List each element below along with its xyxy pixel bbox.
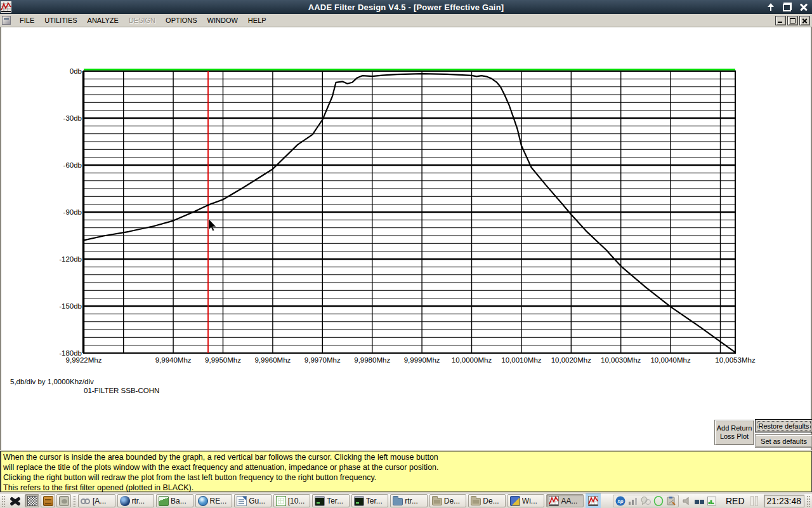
taskbar-window-2[interactable]: rtr...: [117, 494, 155, 507]
signal-icon[interactable]: [628, 496, 638, 506]
workspace-pager[interactable]: [750, 496, 758, 506]
launcher-drawer-button[interactable]: [41, 494, 55, 507]
help-line: Clicking the right button will redraw th…: [3, 472, 809, 483]
add-return-loss-button[interactable]: Add Return Loss Plot: [714, 420, 754, 445]
hp-icon[interactable]: hp: [615, 496, 625, 506]
menubar: FILEUTILITIESANALYZEDESIGNOPTIONSWINDOWH…: [0, 14, 812, 27]
menu-item-options[interactable]: OPTIONS: [160, 15, 202, 26]
taskbar-window-9[interactable]: rtr...: [390, 494, 428, 507]
x-tick-label: 9,9990Mhz: [404, 356, 440, 364]
panel-grip[interactable]: [1, 495, 6, 507]
taskbar-window-7[interactable]: Ter...: [312, 494, 350, 507]
x-tick-label: 10,0000Mhz: [452, 356, 492, 364]
folder-blue-icon: [393, 498, 403, 505]
menu-item-file[interactable]: FILE: [15, 15, 39, 26]
menu-item-help[interactable]: HELP: [243, 15, 272, 26]
taskbar-window-label: RE...: [210, 497, 227, 505]
taskbar-window-5[interactable]: Gu...: [234, 494, 272, 507]
desktop-screen: AADE Filter Design V4.5 - [Power Effecti…: [0, 0, 812, 508]
taskbar-window-label: AA...: [561, 497, 577, 505]
titlebar: AADE Filter Design V4.5 - [Power Effecti…: [0, 0, 812, 14]
squares-icon[interactable]: [695, 496, 705, 506]
x-tick-label: 10,0010Mhz: [501, 356, 542, 364]
panel-grip-right[interactable]: [806, 495, 811, 507]
tray-highlighted-app[interactable]: [586, 493, 601, 508]
mdi-window-controls: [775, 16, 810, 25]
aade-icon: [588, 496, 598, 506]
oval-icon[interactable]: [653, 496, 664, 506]
writer-icon: [237, 496, 247, 506]
taskbar-window-label: Ter...: [327, 497, 343, 505]
folder-tan-icon: [432, 498, 442, 505]
taskbar-window-6[interactable]: [10...: [273, 494, 311, 507]
mdi-close-button[interactable]: [799, 16, 810, 25]
help-line: This refers to the first filter opened (…: [3, 483, 809, 493]
menu-item-window[interactable]: WINDOW: [202, 15, 243, 26]
window-manager-logo-icon[interactable]: [10, 496, 20, 506]
clock[interactable]: 21:23:48: [764, 495, 805, 507]
taskbar-window-label: [A...: [93, 497, 106, 505]
taskbar-window-1[interactable]: [A...: [78, 494, 115, 507]
cpugraph-icon[interactable]: [707, 496, 717, 506]
mdi-minimize-button[interactable]: [775, 16, 786, 25]
taskbar-window-12[interactable]: Wi...: [508, 494, 545, 507]
plot-client-area: 0db-30db-60db-90db-120db-150db-180db9,99…: [0, 27, 812, 450]
globe-icon: [198, 496, 208, 506]
taskbar-window-label: De...: [483, 497, 499, 505]
taskbar-window-label: rtr...: [405, 497, 418, 505]
x-tick-label: 10,0020Mhz: [551, 356, 592, 364]
y-tick-label: -150db: [59, 302, 82, 310]
chat-icon[interactable]: [641, 496, 651, 506]
launcher-group: [25, 494, 71, 507]
panel-grip-small[interactable]: [73, 495, 76, 507]
y-tick-label: 0db: [70, 67, 82, 75]
launcher-desktop-button[interactable]: [56, 494, 71, 507]
calc-icon: [276, 496, 286, 506]
taskbar-window-label: Ter...: [366, 497, 383, 505]
window-button-list: [A...rtr...Ba...RE...Gu...[10...Ter...Te…: [78, 494, 584, 507]
x-tick-label: 9,9940Mhz: [155, 356, 192, 364]
taskbar-window-label: [10...: [288, 497, 305, 505]
speaker-icon[interactable]: [682, 496, 692, 506]
x-tick-label: 10,0053Mhz: [715, 356, 756, 364]
x-tick-label: 10,0040Mhz: [650, 356, 691, 364]
set-as-defaults-button[interactable]: Set as defaults: [755, 434, 812, 448]
drawer-icon: [43, 496, 53, 506]
mdi-restore-button[interactable]: [787, 16, 798, 25]
taskbar-window-8[interactable]: Ter...: [351, 494, 389, 507]
taskbar-window-13[interactable]: AA...: [546, 494, 584, 507]
y-tick-label: -60db: [63, 161, 82, 169]
menu-item-utilities[interactable]: UTILITIES: [39, 15, 82, 26]
help-text-box: When the cursor is inside the area bound…: [0, 451, 812, 492]
x-tick-label: 9,9950Mhz: [205, 356, 241, 364]
taskbar-window-3[interactable]: Ba...: [156, 494, 193, 507]
y-tick-label: -90db: [63, 208, 82, 216]
taskbar-window-10[interactable]: De...: [429, 494, 467, 507]
image-icon: [159, 496, 169, 506]
menu-item-design: DESIGN: [124, 15, 160, 26]
child-window-icon[interactable]: [2, 16, 11, 25]
menu-item-analyze[interactable]: ANALYZE: [82, 15, 124, 26]
shade-button[interactable]: [766, 3, 775, 11]
x-tick-label: 10,0030Mhz: [601, 356, 641, 364]
taskbar-window-label: Wi...: [522, 497, 537, 505]
taskbar-window-label: rtr...: [132, 497, 145, 505]
clipboard-icon[interactable]: [666, 496, 676, 506]
taskbar-window-11[interactable]: De...: [468, 494, 506, 507]
taskbar-window-label: Gu...: [249, 497, 265, 505]
launcher-dither-button[interactable]: [25, 494, 39, 507]
restore-defaults-button[interactable]: Restore defaults: [755, 419, 812, 432]
terminal-icon: [315, 496, 325, 506]
x-tick-label: 9,9970Mhz: [304, 356, 341, 364]
close-window-button[interactable]: [799, 3, 808, 11]
restore-window-button[interactable]: [783, 3, 792, 11]
aade-icon: [549, 496, 559, 506]
system-tray-extra: [681, 496, 719, 506]
system-tray-group: hp: [613, 495, 679, 507]
taskbar-window-4[interactable]: RE...: [195, 494, 233, 507]
window-title: AADE Filter Design V4.5 - [Power Effecti…: [0, 3, 812, 12]
y-tick-label: -30db: [63, 114, 82, 122]
terminal-icon: [354, 496, 364, 506]
plot-title: 01-FILTER SSB-COHN: [84, 387, 159, 394]
dither-icon: [27, 496, 37, 506]
